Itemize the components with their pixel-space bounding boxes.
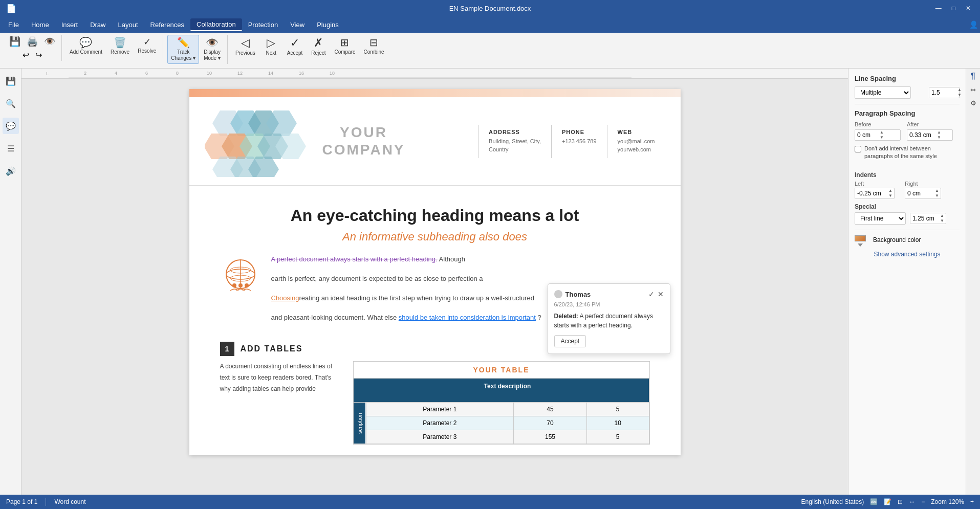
menu-references[interactable]: References xyxy=(144,19,190,31)
menu-layout[interactable]: Layout xyxy=(112,19,144,31)
fit-page-icon[interactable]: ⊡ xyxy=(898,498,903,505)
undo-button[interactable]: ↩ xyxy=(20,49,31,61)
compare-button[interactable]: ⊞ Compare xyxy=(331,35,359,58)
reject-icon: ✗ xyxy=(314,37,323,49)
add-comment-button[interactable]: 💬 Add Comment xyxy=(66,35,106,58)
before-down[interactable]: ▼ xyxy=(878,135,885,140)
line-spacing-down[interactable]: ▼ xyxy=(956,93,963,98)
sidebar-save-icon[interactable]: 💾 xyxy=(3,73,19,89)
status-right: English (United States) 🔤 📝 ⊡ ↔ − Zoom 1… xyxy=(801,498,974,505)
menu-protection[interactable]: Protection xyxy=(242,19,285,31)
before-up[interactable]: ▲ xyxy=(878,130,885,135)
param2-val1: 70 xyxy=(514,416,587,430)
track-changes-button[interactable]: ✏️ TrackChanges ▾ xyxy=(167,35,199,64)
menu-view[interactable]: View xyxy=(284,19,311,31)
menu-plugins[interactable]: Plugins xyxy=(311,19,345,31)
strip-settings-icon[interactable]: ⚙ xyxy=(968,97,979,108)
line-spacing-select[interactable]: Multiple Single 1.5 lines Double xyxy=(855,86,911,99)
table-header-text-desc: Text description xyxy=(366,379,649,394)
company-section: YOUR COMPANY ADDRESS Building, Street, C… xyxy=(189,97,681,186)
special-up[interactable]: ▲ xyxy=(939,213,946,218)
special-select[interactable]: First line None Hanging xyxy=(855,212,906,225)
line-spacing-up[interactable]: ▲ xyxy=(956,87,963,93)
print-quick-button[interactable]: 🖨️ xyxy=(25,35,40,48)
preview-quick-button[interactable]: 👁️ xyxy=(42,35,57,48)
strip-resize-icon[interactable]: ⇔ xyxy=(968,84,979,95)
track-status-icon[interactable]: 📝 xyxy=(884,498,891,505)
left-indent-down[interactable]: ▼ xyxy=(887,193,894,198)
no-interval-checkbox[interactable] xyxy=(855,146,861,152)
indents-section: Indents Left ▲ ▼ Right xyxy=(855,171,960,199)
after-up[interactable]: ▲ xyxy=(935,130,943,135)
after-down[interactable]: ▼ xyxy=(935,135,943,140)
left-indent-up[interactable]: ▲ xyxy=(887,188,894,193)
special-down[interactable]: ▼ xyxy=(939,218,946,224)
table-row: Parameter 2 70 10 xyxy=(354,416,649,430)
after-spacing-input[interactable] xyxy=(907,130,935,140)
left-indent-field: Left ▲ ▼ xyxy=(855,181,895,199)
svg-text:12: 12 xyxy=(237,71,243,76)
right-indent-input[interactable] xyxy=(905,188,933,198)
zoom-out-icon[interactable]: − xyxy=(921,498,925,505)
accept-button[interactable]: ✓ Accept xyxy=(284,35,307,59)
reject-button[interactable]: ✗ Reject xyxy=(307,35,330,59)
window-controls[interactable]: — □ ✕ xyxy=(932,4,974,13)
save-quick-button[interactable]: 💾 xyxy=(7,35,23,48)
display-mode-button[interactable]: 👁️ DisplayMode ▾ xyxy=(200,35,224,64)
main-layout: 💾 🔍 💬 ☰ 🔊 L 2 4 6 8 10 12 14 xyxy=(0,69,980,495)
comment-accept-checkmark[interactable]: ✓ xyxy=(648,290,655,298)
language-selector[interactable]: English (United States) xyxy=(801,498,864,505)
combine-button[interactable]: ⊟ Combine xyxy=(360,35,388,58)
word-count-label[interactable]: Word count xyxy=(54,498,85,505)
redo-button[interactable]: ↪ xyxy=(33,49,44,61)
spell-check-icon[interactable]: 🔤 xyxy=(870,498,878,505)
compare-icon: ⊞ xyxy=(340,37,349,48)
accept-change-button[interactable]: Accept xyxy=(554,335,586,347)
close-button[interactable]: ✕ xyxy=(963,4,974,13)
svg-text:16: 16 xyxy=(299,71,304,76)
user-avatar[interactable]: 👤 xyxy=(969,20,978,29)
left-indent-input[interactable] xyxy=(855,188,887,198)
strip-paragraph-icon[interactable]: ¶ xyxy=(968,71,979,82)
body-para-2: earth is perfect, any document is expect… xyxy=(271,273,650,284)
ruler: L 2 4 6 8 10 12 14 16 18 xyxy=(21,69,848,79)
toolbar-track-group: ✏️ TrackChanges ▾ 👁️ DisplayMode ▾ xyxy=(164,35,228,64)
show-advanced-settings-link[interactable]: Show advanced settings xyxy=(855,251,960,258)
line-spacing-input[interactable] xyxy=(929,87,956,98)
svg-text:18: 18 xyxy=(330,71,335,76)
resolve-button[interactable]: ✓ Resolve xyxy=(134,35,160,57)
comment-close-icon[interactable]: ✕ xyxy=(658,290,664,298)
menu-draw[interactable]: Draw xyxy=(84,19,112,31)
sidebar-comments-icon[interactable]: 💬 xyxy=(3,118,19,134)
menu-file[interactable]: File xyxy=(2,19,25,31)
previous-button[interactable]: ◁ Previous xyxy=(232,35,259,59)
right-indent-down[interactable]: ▼ xyxy=(933,193,941,198)
svg-text:8: 8 xyxy=(176,71,179,76)
maximize-button[interactable]: □ xyxy=(949,4,959,13)
document-page: YOUR COMPANY ADDRESS Building, Street, C… xyxy=(189,89,681,455)
sidebar-search-icon[interactable]: 🔍 xyxy=(3,95,19,112)
minimize-button[interactable]: — xyxy=(932,4,945,13)
special-value-input[interactable] xyxy=(910,213,939,224)
menu-home[interactable]: Home xyxy=(25,19,55,31)
remove-button[interactable]: 🗑️ Remove xyxy=(107,35,133,58)
next-button[interactable]: ▷ Next xyxy=(260,35,282,59)
sidebar-audio-icon[interactable]: 🔊 xyxy=(3,163,19,179)
zoom-in-icon[interactable]: + xyxy=(970,498,974,505)
menu-insert[interactable]: Insert xyxy=(55,19,84,31)
svg-point-28 xyxy=(238,283,243,287)
menu-collaboration[interactable]: Collaboration xyxy=(190,18,242,31)
right-indent-up[interactable]: ▲ xyxy=(933,188,941,193)
document-title: EN Sample Document.docx xyxy=(449,5,531,12)
comment-user-name: Thomas xyxy=(565,291,591,298)
fit-width-icon[interactable]: ↔ xyxy=(909,498,915,505)
phone-cell: PHONE +123 456 789 xyxy=(552,125,607,158)
logo-area xyxy=(205,105,317,177)
svg-point-27 xyxy=(232,283,236,287)
table-row: scription Parameter 1 45 5 xyxy=(354,403,649,416)
sidebar-list-icon[interactable]: ☰ xyxy=(3,140,19,157)
before-spacing-input[interactable] xyxy=(855,130,878,140)
color-picker-button[interactable] xyxy=(855,235,869,245)
param1-val1: 45 xyxy=(514,403,587,416)
after-spacing-spinner: ▲ ▼ xyxy=(907,129,953,141)
